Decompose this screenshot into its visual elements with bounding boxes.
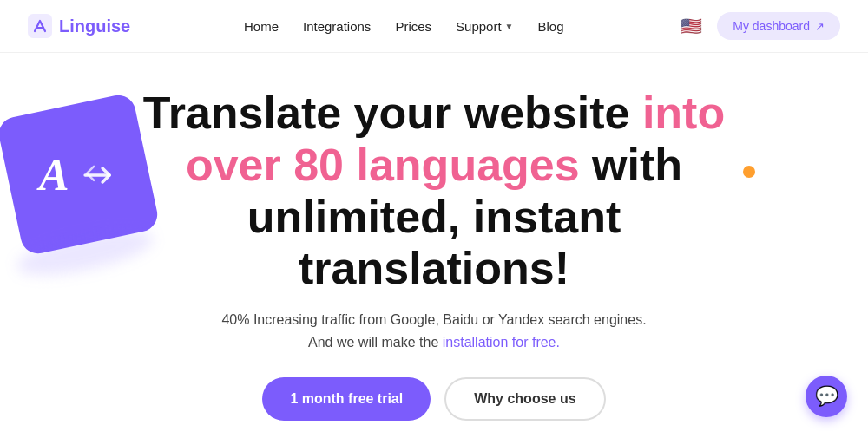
hero-section: A Translate your website into over 80 la… <box>0 53 868 438</box>
hero-subtitle: 40% Increasing traffic from Google, Baid… <box>221 309 646 353</box>
chat-icon: 💬 <box>815 385 838 408</box>
translate-arrows-icon <box>76 154 117 195</box>
nav-home[interactable]: Home <box>244 19 279 34</box>
svg-rect-0 <box>28 14 52 38</box>
free-trial-button[interactable]: 1 month free trial <box>262 377 431 421</box>
hero-title: Translate your website into over 80 lang… <box>113 88 755 295</box>
hero-subtitle-part2: And we will make the <box>308 335 443 350</box>
nav-blog[interactable]: Blog <box>538 19 564 34</box>
hero-title-part1: Translate your website <box>143 88 642 138</box>
dashboard-button[interactable]: My dashboard ↗ <box>717 12 840 40</box>
support-chevron-icon: ▼ <box>505 22 514 31</box>
nav-integrations[interactable]: Integrations <box>303 19 371 34</box>
hero-buttons: 1 month free trial Why choose us <box>262 377 605 421</box>
nav-links: Home Integrations Prices Support ▼ Blog <box>244 19 564 34</box>
card-letter-a: A <box>39 149 69 200</box>
nav-right: 🇺🇸 My dashboard ↗ <box>677 12 840 40</box>
logo[interactable]: Linguise <box>28 14 130 38</box>
nav-prices[interactable]: Prices <box>395 19 431 34</box>
language-flag-button[interactable]: 🇺🇸 <box>677 12 705 40</box>
why-choose-us-button[interactable]: Why choose us <box>444 377 605 421</box>
installation-link[interactable]: installation for free. <box>443 335 560 350</box>
logo-icon <box>28 14 52 38</box>
hero-subtitle-part1: 40% Increasing traffic from Google, Baid… <box>221 312 646 327</box>
dashboard-label: My dashboard <box>733 19 810 33</box>
navigation: Linguise Home Integrations Prices Suppor… <box>0 0 868 53</box>
logo-text: Linguise <box>59 16 130 36</box>
nav-support[interactable]: Support ▼ <box>456 19 513 34</box>
us-flag-icon: 🇺🇸 <box>681 16 702 36</box>
chat-bubble-button[interactable]: 💬 <box>806 376 847 417</box>
external-link-icon: ↗ <box>815 20 825 33</box>
